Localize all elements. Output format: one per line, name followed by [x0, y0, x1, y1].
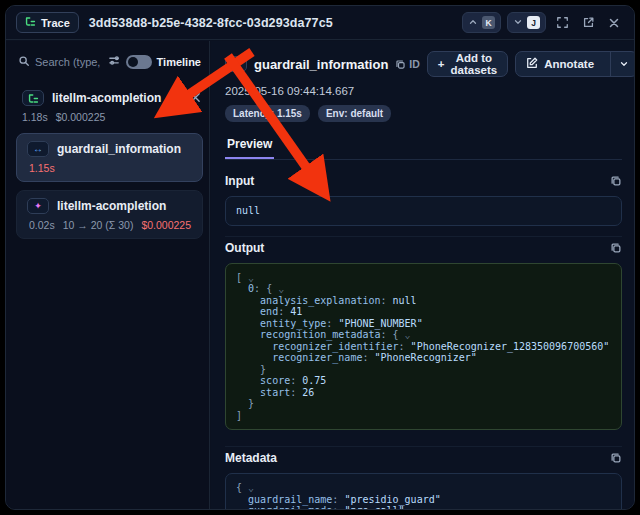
env-badge: Env: default	[318, 105, 391, 122]
trace-detail-window: Trace 3dd538d8-b25e-4382-8fcc-03d293da77…	[5, 5, 635, 510]
filter-sliders-icon[interactable]	[108, 53, 121, 71]
code-line: guardrail_mode: "pre_call"	[236, 505, 611, 509]
output-label: Output	[225, 241, 264, 255]
close-button[interactable]	[604, 13, 624, 33]
observation-tree: litellm-acompletion 1.18s $0.00022	[6, 81, 209, 239]
copy-output-button[interactable]	[610, 242, 622, 254]
code-line: recognizer_name: "PhoneRecognizer"	[236, 352, 611, 364]
collapse-chevron[interactable]: ⌄	[242, 272, 254, 283]
copy-input-button[interactable]	[610, 175, 622, 187]
shortcut-key-j: J	[527, 16, 540, 29]
annotate-dropdown-caret[interactable]	[610, 52, 634, 76]
code-line: recognition_metadata: { ⌄	[236, 329, 611, 341]
maximize-button[interactable]	[552, 13, 572, 33]
search-icon	[18, 53, 30, 71]
observation-title: guardrail_information	[254, 57, 388, 72]
code-line: }	[236, 364, 611, 376]
metadata-label: Metadata	[225, 451, 277, 465]
prev-observation-button[interactable]: K	[462, 12, 501, 33]
code-line: ]	[236, 410, 611, 422]
trace-tree-sidebar: Timeline litellm-acompletion	[6, 41, 210, 509]
tab-preview[interactable]: Preview	[225, 137, 274, 159]
trace-node-icon	[22, 90, 44, 106]
open-external-button[interactable]	[578, 13, 598, 33]
code-line: guardrail_name: "presidio_guard"	[236, 494, 611, 506]
generation-node-icon: ✦	[27, 198, 49, 214]
token-usage-metric: 10 → 20 (Σ 30)	[63, 219, 134, 231]
code-line: end: 41	[236, 306, 611, 318]
search-row: Timeline	[6, 41, 209, 81]
collapse-chevron[interactable]: ⌄	[399, 329, 411, 340]
code-line: start: 26	[236, 387, 611, 399]
toggle-knob	[128, 57, 138, 67]
observation-timestamp: 2025-05-16 09:44:14.667	[225, 85, 622, 97]
topbar-actions: K J	[462, 12, 624, 33]
plus-icon: +	[438, 58, 445, 70]
trace-id: 3dd538d8-b25e-4382-8fcc-03d293da77c5	[89, 16, 333, 30]
event-node-icon: ↔	[27, 141, 49, 157]
annotate-button[interactable]: Annotate	[515, 51, 634, 77]
list-tree-icon	[25, 16, 36, 29]
badge-row: Latency: 1.15s Env: default	[225, 105, 622, 122]
pencil-square-icon	[526, 57, 538, 71]
code-line: analysis_explanation: null	[236, 295, 611, 307]
chevron-down-icon	[513, 15, 523, 30]
input-section-header: Input	[225, 170, 622, 188]
timeline-toggle-label: Timeline	[157, 56, 201, 68]
annotate-main-segment[interactable]: Annotate	[516, 52, 604, 76]
input-code-block[interactable]: null	[225, 196, 622, 226]
output-code-block[interactable]: [ ⌄ 0: { ⌄ analysis_explanation: null en…	[225, 263, 622, 431]
code-line: [ ⌄	[236, 272, 611, 284]
cost-metric: $0.000225	[141, 219, 191, 231]
tree-item-label: litellm-acompletion	[52, 91, 161, 105]
code-line: recognizer_identifier: "PhoneRecognizer_…	[236, 341, 611, 353]
copy-metadata-button[interactable]	[610, 452, 622, 464]
event-node-icon: ↔	[225, 56, 247, 72]
detail-tabs: Preview	[225, 134, 622, 160]
output-section-header: Output	[225, 236, 622, 255]
add-to-datasets-button[interactable]: + Add to datasets	[427, 51, 508, 77]
collapse-chevron[interactable]: ⌄	[242, 482, 254, 493]
search-input[interactable]	[35, 56, 103, 68]
timeline-toggle[interactable]	[126, 55, 152, 69]
code-line: score: 0.75	[236, 375, 611, 387]
duration-metric: 0.02s	[29, 219, 55, 231]
code-line: }	[236, 398, 611, 410]
code-line: null	[236, 205, 611, 217]
chevron-up-icon	[468, 15, 478, 30]
duration-metric: 1.15s	[29, 162, 55, 174]
next-observation-button[interactable]: J	[507, 12, 546, 33]
tree-item-label: guardrail_information	[57, 142, 181, 156]
code-line: 0: { ⌄	[236, 283, 611, 295]
trace-type-badge: Trace	[16, 12, 79, 33]
tree-item-root-acompletion[interactable]: litellm-acompletion 1.18s $0.00022	[16, 85, 203, 125]
metadata-code-block[interactable]: { ⌄ guardrail_name: "presidio_guard" gua…	[225, 473, 622, 509]
screenshot-canvas: Trace 3dd538d8-b25e-4382-8fcc-03d293da77…	[0, 0, 640, 515]
copy-id-button[interactable]: ID	[395, 58, 420, 70]
expand-all-icon[interactable]	[175, 89, 186, 107]
latency-badge: Latency: 1.15s	[225, 105, 310, 122]
code-line: { ⌄	[236, 482, 611, 494]
metadata-section-header: Metadata	[225, 446, 622, 465]
collapse-chevron[interactable]: ⌄	[272, 283, 284, 294]
code-line: entity_type: "PHONE_NUMBER"	[236, 318, 611, 330]
tree-item-generation-acompletion[interactable]: ✦ litellm-acompletion 0.02s 10 → 20 (Σ 3…	[16, 190, 203, 239]
tree-item-guardrail-information[interactable]: ↔ guardrail_information 1.15s	[16, 133, 203, 182]
collapse-all-icon[interactable]	[190, 89, 201, 107]
observation-header: ↔ guardrail_information ID + Add to data…	[225, 51, 622, 77]
trace-badge-label: Trace	[41, 17, 70, 29]
tree-item-label: litellm-acompletion	[57, 199, 166, 213]
shortcut-key-k: K	[482, 16, 495, 29]
header-actions: + Add to datasets Annotate	[427, 51, 634, 77]
input-label: Input	[225, 174, 254, 188]
id-label: ID	[409, 58, 420, 70]
topbar: Trace 3dd538d8-b25e-4382-8fcc-03d293da77…	[6, 6, 634, 40]
observation-detail-panel: ↔ guardrail_information ID + Add to data…	[211, 41, 634, 509]
cost-metric: $0.000225	[56, 111, 106, 123]
duration-metric: 1.18s	[22, 111, 48, 123]
